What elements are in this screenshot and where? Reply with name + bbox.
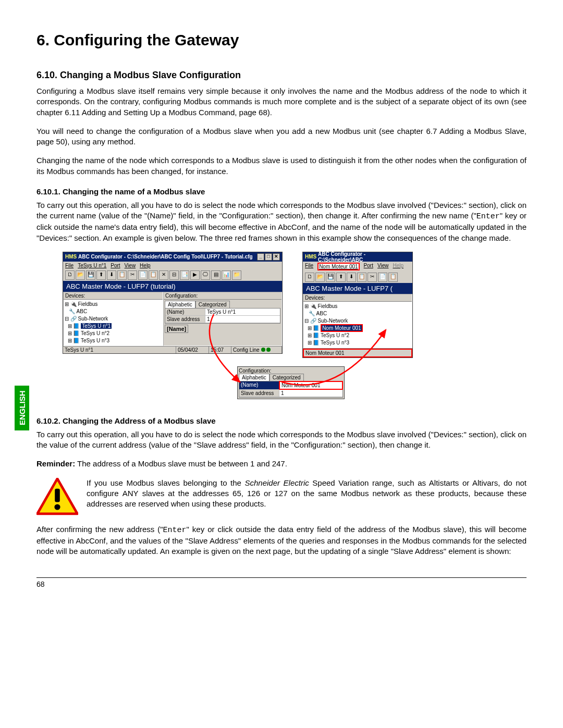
window-title: ABC Configurator - C:\Schneider\ABC Conf… <box>78 254 253 260</box>
devices-tree[interactable]: ⊞ 🔌 Fieldbus 🔧 ABC ⊟ 🔗 Sub-Network ⊞ 📘 T… <box>64 300 163 346</box>
toolbar-button[interactable]: 📋 <box>388 273 398 282</box>
name-value[interactable]: TeSys U n°1 <box>205 309 280 315</box>
devices-header: Devices: <box>64 292 163 300</box>
name-label: (Name) <box>165 309 205 315</box>
tab-alphabetic[interactable]: Alphabetic <box>239 374 270 381</box>
toolbar-button[interactable]: 🗋 <box>65 270 75 280</box>
menu-view[interactable]: View <box>125 263 136 268</box>
toolbar-button[interactable]: 🖵 <box>201 270 210 280</box>
paragraph: After confirming the new address ("Enter… <box>36 524 527 557</box>
config-popup: Configuration: Alphabetic Categorized (N… <box>237 366 345 399</box>
chapter-title: 6. Configuring the Gateway <box>36 31 527 49</box>
toolbar-button[interactable]: 💾 <box>86 270 95 280</box>
toolbar-button[interactable]: ⬇ <box>347 273 356 282</box>
menu-node-highlighted[interactable]: Nom Moteur 001 <box>317 263 359 270</box>
subsection-title: 6.10.1. Changing the name of a Modbus sl… <box>36 187 527 196</box>
language-tab: ENGLISH <box>15 386 29 430</box>
toolbar-button[interactable]: ⊟ <box>169 270 179 280</box>
config-header: Configuration: <box>239 368 343 374</box>
close-button[interactable]: ✕ <box>273 253 280 261</box>
slave-address-value[interactable]: 1 <box>205 316 280 323</box>
svg-point-2 <box>54 504 60 510</box>
toolbar-button[interactable]: 📄 <box>138 270 148 280</box>
toolbar-button[interactable]: 📄 <box>378 273 387 282</box>
toolbar-button[interactable]: 📂 <box>315 273 325 282</box>
menu-help[interactable]: Help <box>140 263 151 268</box>
toolbar-button[interactable]: 📑 <box>180 270 189 280</box>
svg-rect-1 <box>55 488 60 502</box>
reminder-paragraph: Reminder: The address of a Modbus slave … <box>36 459 527 469</box>
toolbar-button[interactable]: 📋 <box>357 273 366 282</box>
mode-bar: ABC Master Mode - LUFP7 (tutorial) <box>63 281 282 292</box>
window-title: ABC Configurator - C:\Schneider\ABC <box>318 251 410 263</box>
tool-bar: 🗋 📂 💾 ⬆ ⬇ 📋 ✂ 📄 📋 ✕ ⊟ 📑 ▶ 🖵 ▤ 📊 📁 <box>63 269 282 281</box>
menu-file[interactable]: File <box>305 263 313 270</box>
toolbar-button[interactable]: ✕ <box>159 270 168 280</box>
toolbar-button[interactable]: ✂ <box>368 273 377 282</box>
name-value-highlighted[interactable]: Nom Moteur 001 <box>279 381 343 390</box>
tree-selected-node: TeSys U n°1 <box>81 323 112 329</box>
paragraph: Configuring a Modbus slave itself remain… <box>36 86 527 118</box>
name-label-selected: (Name) <box>239 381 279 389</box>
menu-help[interactable]: Help <box>393 263 403 270</box>
toolbar-button[interactable]: ▶ <box>190 270 200 280</box>
tab-categorized[interactable]: Categorized <box>195 301 230 308</box>
config-header: Configuration: <box>164 292 282 300</box>
menu-file[interactable]: File <box>65 263 74 268</box>
page-number: 68 <box>36 580 45 588</box>
subsection-title: 6.10.2. Changing the Address of a Modbus… <box>36 416 527 425</box>
menu-bar: File TeSys U n°1 Port View Help <box>63 262 282 269</box>
window-title-bar: HMS ABC Configurator - C:\Schneider\ABC <box>303 252 412 262</box>
toolbar-button[interactable]: 📋 <box>117 270 127 280</box>
status-bar: Nom Moteur 001 <box>303 348 412 357</box>
toolbar-button[interactable]: ✂ <box>128 270 137 280</box>
menu-port[interactable]: Port <box>364 263 373 270</box>
toolbar-button[interactable]: ⬆ <box>336 273 346 282</box>
paragraph: Changing the name of the node which corr… <box>36 155 527 177</box>
toolbar-button[interactable]: 🗋 <box>305 273 314 282</box>
status-highlighted: Nom Moteur 001 <box>303 349 412 357</box>
tool-bar: 🗋 📂 💾 ⬆ ⬇ 📋 ✂ 📄 📋 <box>303 272 412 283</box>
warning-icon <box>36 478 78 517</box>
toolbar-button[interactable]: ⬆ <box>96 270 106 280</box>
toolbar-button[interactable]: 📁 <box>232 270 241 280</box>
toolbar-button[interactable]: 📊 <box>222 270 231 280</box>
paragraph: To carry out this operation, all you hav… <box>36 200 527 243</box>
tab-categorized[interactable]: Categorized <box>270 374 304 381</box>
status-bar: TeSys U n°1 05/04/02 15:07 Config Line <box>63 346 282 353</box>
tree-renamed-node: Nom Moteur 001 <box>321 324 362 332</box>
slave-address-label: Slave address <box>165 316 205 323</box>
maximize-button[interactable]: □ <box>265 253 272 261</box>
toolbar-button[interactable]: 📋 <box>149 270 158 280</box>
name-section: [Name] <box>165 325 188 333</box>
window-title-bar: HMS ABC Configurator - C:\Schneider\ABC … <box>63 252 282 262</box>
paragraph: To carry out this operation, all you hav… <box>36 429 527 451</box>
section-title: 6.10. Changing a Modbus Slave Configurat… <box>36 70 527 81</box>
toolbar-button[interactable]: 💾 <box>326 273 335 282</box>
paragraph: You will need to change the configuratio… <box>36 126 527 147</box>
tab-alphabetic[interactable]: Alphabetic <box>165 301 195 308</box>
screenshot-figure: HMS ABC Configurator - C:\Schneider\ABC … <box>63 252 527 406</box>
slave-address-value[interactable]: 1 <box>279 390 342 397</box>
menu-bar: File Nom Moteur 001 Port View Help <box>303 262 412 272</box>
devices-tree[interactable]: ⊞ 🔌 Fieldbus 🔧 ABC ⊟ 🔗 Sub-Network ⊞ 📘 N… <box>303 302 412 348</box>
toolbar-button[interactable]: ▤ <box>211 270 221 280</box>
slave-address-label: Slave address <box>239 390 279 397</box>
menu-view[interactable]: View <box>377 263 389 270</box>
minimize-button[interactable]: _ <box>257 253 264 261</box>
page-footer: 68 <box>36 577 527 588</box>
warning-text: If you use Modbus slaves belonging to th… <box>87 478 527 510</box>
mode-bar: ABC Master Mode - LUFP7 ( <box>303 283 412 294</box>
toolbar-button[interactable]: 📂 <box>76 270 85 280</box>
menu-port[interactable]: Port <box>111 263 120 268</box>
menu-node[interactable]: TeSys U n°1 <box>78 263 106 268</box>
devices-header: Devices: <box>303 294 412 302</box>
toolbar-button[interactable]: ⬇ <box>107 270 116 280</box>
